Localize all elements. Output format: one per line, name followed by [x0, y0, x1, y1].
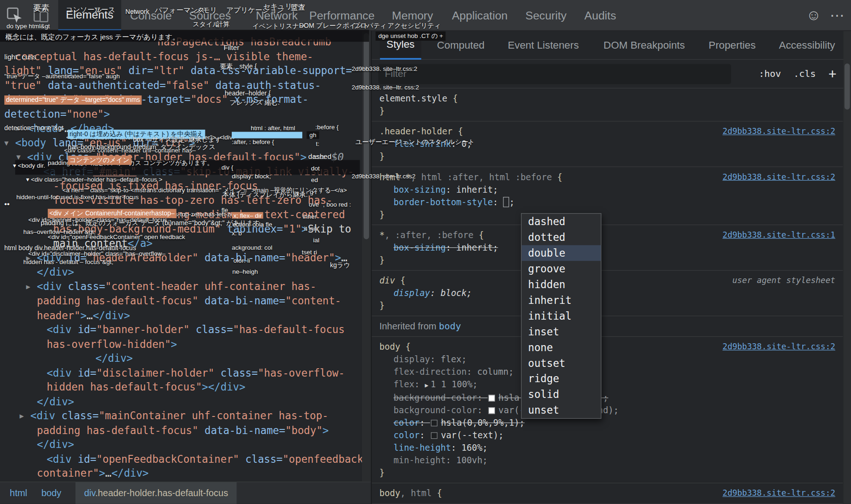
tab-audits[interactable]: Audits: [577, 0, 623, 31]
css-property[interactable]: box-sizing: inherit;: [372, 183, 843, 196]
rule-selector[interactable]: body, html {2d9bb338.site-ltr.css:2: [372, 487, 843, 499]
tab-console[interactable]: Console: [122, 0, 179, 31]
tab-performance[interactable]: Performance: [302, 0, 382, 31]
dom-tree-row[interactable]: conceptual has-default-focus js-… visibl…: [0, 49, 362, 63]
dom-tree-row[interactable]: </div>: [0, 394, 362, 409]
css-property[interactable]: line-height: 160%;: [372, 441, 843, 454]
elements-scrollbar[interactable]: [362, 31, 371, 482]
element-classes-button[interactable]: .cls: [794, 60, 816, 88]
css-property[interactable]: color: hsla(0,0%,9%,1);: [372, 416, 843, 429]
device-toolbar-icon[interactable]: [32, 7, 50, 25]
dom-tree-row[interactable]: <div id="openFeedbackContainer" class="o…: [0, 452, 362, 466]
stylesheet-link[interactable]: 2d9bb338.site-ltr.css:1: [723, 229, 835, 241]
breadcrumb-item[interactable]: div.header-holder.has-default-focus: [76, 482, 237, 504]
dom-tree-row[interactable]: hasPageActions hasBreadcrumb: [0, 35, 362, 49]
rule-selector[interactable]: element.style {: [372, 92, 843, 105]
dom-tree-row[interactable]: <div id="banner-holder" class="has-defau…: [0, 322, 362, 337]
rule-selector[interactable]: div {user agent stylesheet: [372, 274, 843, 287]
tab-properties[interactable]: Properties: [702, 31, 762, 60]
inherited-element-link[interactable]: body: [439, 321, 461, 331]
dom-tree-row[interactable]: hidden has-default-focus"></div>: [0, 380, 362, 394]
breadcrumb-item[interactable]: html: [10, 482, 27, 504]
dom-tree-row[interactable]: </div>: [0, 437, 362, 452]
feedback-smiley-icon[interactable]: ☺: [806, 7, 821, 24]
autocomplete-option-ridge[interactable]: ridge: [521, 371, 601, 387]
autocomplete-option-inherit[interactable]: inherit: [521, 292, 601, 308]
css-property[interactable]: flex-direction: column;: [372, 365, 843, 378]
dom-tree-row[interactable]: -focused is-fixed has-inner-focus: [0, 178, 362, 193]
autocomplete-option-double[interactable]: double: [521, 245, 601, 261]
autocomplete-option-initial[interactable]: initial: [521, 308, 601, 324]
dom-tree-row[interactable]: has-body-background-medium" tabindex="1"…: [0, 221, 362, 236]
rule-selector[interactable]: html *, html :after, html :before {2d9bb…: [372, 171, 843, 183]
autocomplete-option-hidden[interactable]: hidden: [521, 277, 601, 292]
stylesheet-link[interactable]: 2d9bb338.site-ltr.css:2: [723, 487, 835, 499]
styles-filter-input[interactable]: [378, 64, 731, 84]
rule-selector[interactable]: .header-holder {2d9bb338.site-ltr.css:2: [372, 125, 843, 138]
dom-tree-row[interactable]: <a href="#main" class="skip-to-main link…: [0, 164, 362, 178]
dom-tree-row[interactable]: main content</a>: [0, 236, 362, 250]
dom-tree-row[interactable]: padding has-default-focus" data-bi-name=…: [0, 293, 362, 308]
styles-scrollbar[interactable]: [844, 31, 851, 504]
dom-tree-row[interactable]: ▶<head>…</head>: [0, 121, 362, 135]
css-property[interactable]: flex-shrink: 0;: [372, 138, 843, 150]
dom-tree-row[interactable]: ▼<body lang="en-us" dir="ltr">: [0, 135, 362, 150]
tab-memory[interactable]: Memory: [384, 0, 441, 31]
dom-tree-row[interactable]: </div>: [0, 351, 362, 365]
autocomplete-option-none[interactable]: none: [521, 340, 601, 355]
dom-tree-row[interactable]: right-zero has-padding-medium has-text-c…: [0, 207, 362, 221]
dom-tree-row[interactable]: ▶<div class="mainContainer uhf-container…: [0, 409, 362, 423]
css-property[interactable]: color: var(--text);: [372, 429, 843, 441]
sidebar-tabs: StylesComputedEvent ListenersDOM Breakpo…: [372, 31, 851, 60]
autocomplete-option-dotted[interactable]: dotted: [521, 229, 601, 245]
css-property[interactable]: background-color: hsla(0,0%,100%,.999);: [372, 391, 843, 404]
tab-accessibility[interactable]: Accessibility: [773, 31, 842, 60]
autocomplete-option-unset[interactable]: unset: [521, 403, 601, 418]
tab-security[interactable]: Security: [518, 0, 574, 31]
dom-tree-row[interactable]: padding has-default-focus" data-bi-name=…: [0, 423, 362, 437]
tab-application[interactable]: Application: [445, 0, 515, 31]
dom-tree-row[interactable]: ▶<div id="headerAreaHolder" data-bi-name…: [0, 250, 362, 265]
rule-selector[interactable]: body {2d9bb338.site-ltr.css:2: [372, 340, 843, 353]
toggle-element-state-button[interactable]: :hov: [759, 60, 781, 88]
autocomplete-option-groove[interactable]: groove: [521, 261, 601, 277]
css-property[interactable]: border-bottom-style: ;: [372, 196, 843, 208]
tab-sources[interactable]: Sources: [182, 0, 239, 31]
dom-tree-row[interactable]: has-overflow-hidden">: [0, 337, 362, 351]
dom-tree-row[interactable]: header">…</div>: [0, 308, 362, 322]
tab-dom-breakpoints[interactable]: DOM Breakpoints: [597, 31, 692, 60]
inspect-element-icon[interactable]: [6, 7, 23, 25]
dom-tree-row[interactable]: container">…</div>: [0, 466, 362, 480]
dom-tree-row[interactable]: ▶<div class="content-header uhf-containe…: [0, 279, 362, 293]
tab-elements[interactable]: Elements: [58, 0, 121, 31]
stylesheet-link[interactable]: 2d9bb338.site-ltr.css:2: [723, 171, 835, 183]
tab-styles[interactable]: Styles: [380, 31, 421, 60]
css-property[interactable]: box-sizing: inherit;: [372, 241, 843, 254]
css-property[interactable]: display: flex;: [372, 353, 843, 365]
stylesheet-link[interactable]: 2d9bb338.site-ltr.css:2: [723, 340, 835, 353]
css-property[interactable]: flex: ▶1 1 100%;: [372, 378, 843, 391]
tab-computed[interactable]: Computed: [431, 31, 491, 60]
dom-tree-row[interactable]: ▼<div class="header-holder has-default-f…: [0, 150, 362, 164]
css-property[interactable]: background-color: var(--body-background)…: [372, 404, 843, 416]
tab-event-listeners[interactable]: Event Listeners: [501, 31, 585, 60]
dom-tree-row[interactable]: detection="none">: [0, 107, 362, 121]
autocomplete-option-dashed[interactable]: dashed: [521, 214, 601, 229]
autocomplete-option-solid[interactable]: solid: [521, 387, 601, 403]
more-options-icon[interactable]: ⋯: [830, 7, 845, 24]
stylesheet-link[interactable]: 2d9bb338.site-ltr.css:2: [723, 125, 835, 138]
autocomplete-option-inset[interactable]: inset: [521, 324, 601, 340]
tab-network[interactable]: Network: [248, 0, 305, 31]
css-property[interactable]: display: block;: [372, 287, 843, 299]
breadcrumb-item[interactable]: body: [41, 482, 61, 504]
css-property[interactable]: min-height: 100vh;: [372, 454, 843, 466]
dom-tree-row[interactable]: light" lang="en-us" dir="ltr" data-css-v…: [0, 63, 362, 78]
dom-tree-row[interactable]: </div>: [0, 265, 362, 279]
dom-tree-row[interactable]: <div id="disclaimer-holder" class="has-o…: [0, 365, 362, 380]
new-style-rule-button[interactable]: +: [828, 60, 836, 88]
dom-tree-row[interactable]: focus-visible has-top-zero has-left-zero…: [0, 193, 362, 207]
dom-tree-row[interactable]: "true" data-authenticated="false" data-a…: [0, 78, 362, 92]
autocomplete-option-outset[interactable]: outset: [521, 355, 601, 371]
rule-selector[interactable]: *, :after, :before {2d9bb338.site-ltr.cs…: [372, 229, 843, 241]
dom-tree-row[interactable]: determined="true" data-target="docs" x-m…: [0, 92, 362, 107]
